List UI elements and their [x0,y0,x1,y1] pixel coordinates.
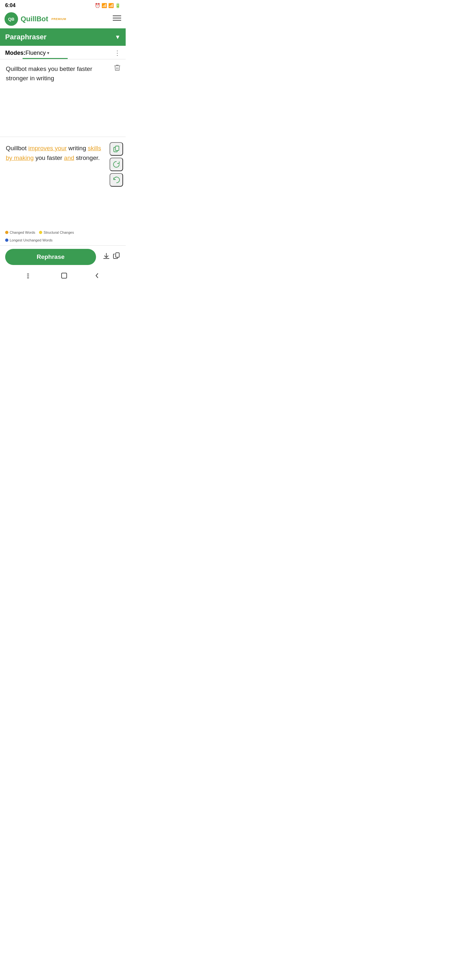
copy-output-button[interactable] [113,252,121,262]
legend-changed-words: Changed Words [5,231,35,234]
output-section: Quillbot improves your writing skills by… [0,137,126,227]
output-segment-6: and [64,154,75,161]
status-bar: 6:04 ⏰ 📶 📶 🔋 [0,0,126,10]
modes-value: Fluency [25,49,46,56]
output-segment-5: you faster [34,154,64,161]
top-nav: QB QuillBot PREMIUM [0,10,126,29]
header-bar[interactable]: Paraphraser ▼ [0,29,126,46]
svg-rect-5 [115,146,119,151]
rephrase-button[interactable]: Rephrase [5,249,96,265]
input-section: Quillbot makes you better faster stronge… [0,59,126,137]
legend-longest-unchanged: Longest Unchanged Words [5,238,52,242]
changed-words-label: Changed Words [10,231,35,234]
modes-bar: Modes: Fluency ▾ ⋮ [0,46,126,57]
structural-changes-dot [39,231,42,234]
header-title: Paraphraser [5,33,46,41]
output-segment-3: writing [67,145,87,151]
battery-icon: 🔋 [115,3,121,8]
status-icons: ⏰ 📶 📶 🔋 [95,3,121,8]
output-segment-1: Quillbot [6,145,29,151]
more-options-button[interactable]: ⋮ [114,49,121,57]
bottom-action-bar: Rephrase [0,245,126,268]
legend-structural-changes: Structural Changes [39,231,74,234]
alarm-icon: ⏰ [95,3,100,8]
status-time: 6:04 [5,3,16,8]
system-nav [0,268,126,285]
legend-bar: Changed Words Structural Changes Longest… [0,227,126,245]
refresh-button[interactable] [110,158,123,171]
premium-badge: PREMIUM [52,18,67,21]
svg-rect-6 [116,253,119,257]
longest-unchanged-dot [5,239,8,242]
output-segment-7: stronger. [74,154,100,161]
changed-words-dot [5,231,8,234]
delete-button[interactable] [113,64,121,73]
menu-button[interactable] [113,15,121,23]
modes-dropdown-arrow: ▾ [47,50,49,56]
modes-label: Modes: [5,49,25,56]
quillbot-logo: QB [5,12,18,26]
output-actions [110,142,123,187]
logo-area: QB QuillBot PREMIUM [5,12,67,26]
structural-changes-label: Structural Changes [43,231,74,234]
copy-button[interactable] [110,142,123,156]
undo-button[interactable] [110,173,123,187]
output-text: Quillbot improves your writing skills by… [6,143,106,163]
svg-rect-10 [62,273,67,278]
app-name: QuillBot [21,15,48,23]
back-button[interactable] [95,272,99,281]
output-segment-2: improves your [29,145,67,151]
home-button[interactable] [60,272,68,281]
svg-text:QB: QB [8,17,14,22]
chevron-down-icon: ▼ [115,34,121,41]
wifi-icon: 📶 [102,3,107,8]
longest-unchanged-label: Longest Unchanged Words [10,238,52,242]
signal-icon: 📶 [108,3,114,8]
modes-selector[interactable]: Fluency ▾ [25,49,49,56]
recents-button[interactable] [26,272,33,281]
input-text[interactable]: Quillbot makes you better faster stronge… [6,64,110,83]
download-button[interactable] [102,252,110,262]
